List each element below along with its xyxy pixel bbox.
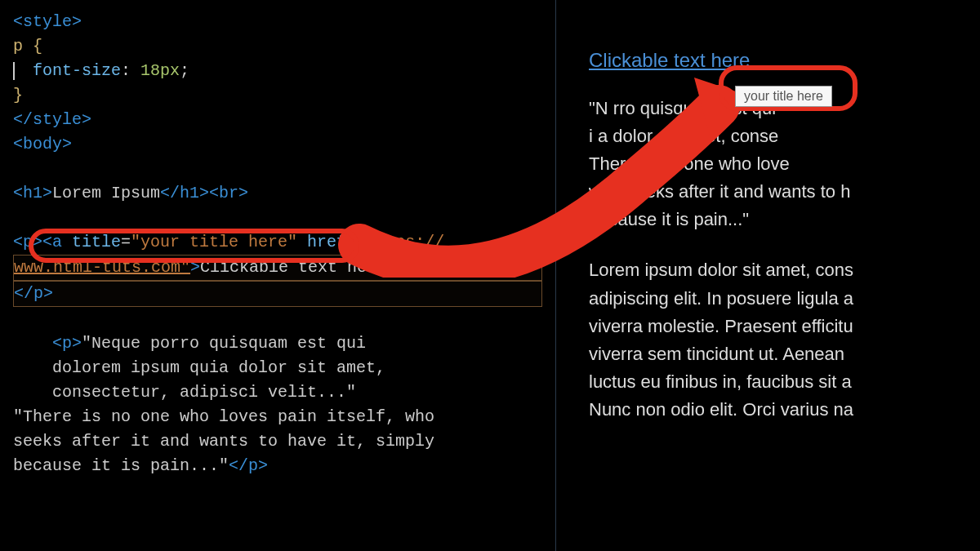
- code-text: seeks after it and wants to have it, sim…: [13, 432, 434, 451]
- code-text: consectetur, adipisci velit...": [52, 383, 356, 402]
- code-tag: </p>: [14, 284, 53, 303]
- code-tag: <style>: [13, 12, 82, 31]
- code-brace: }: [13, 86, 23, 104]
- preview-text: luctus eu finibus in, faucibus sit a: [589, 371, 852, 392]
- code-selector: p: [13, 37, 23, 56]
- preview-text: viverra molestie. Praesent efficitu: [589, 316, 853, 336]
- code-tag: <p>: [52, 334, 82, 353]
- highlight-circle-code: [29, 229, 359, 263]
- preview-text: Nunc non odio elit. Orci varius na: [589, 399, 853, 420]
- code-tag: </style>: [13, 110, 91, 129]
- code-text: because it is pain...": [13, 456, 229, 475]
- code-text: "There is no one who loves pain itself, …: [13, 407, 434, 426]
- preview-text: viverra sem tincidunt ut. Aenean: [589, 344, 844, 364]
- code-text: ;: [180, 61, 189, 80]
- code-brace: {: [23, 37, 42, 56]
- code-text: "Neque porro quisquam est qui: [82, 334, 366, 353]
- preview-paragraph-2: Lorem ipsum dolor sit amet, cons adipisc…: [589, 256, 956, 424]
- cursor-icon: [13, 62, 15, 80]
- code-tag: <br>: [209, 184, 248, 202]
- code-value: 18px: [140, 61, 180, 80]
- preview-text: adipiscing elit. In posuere ligula a: [589, 288, 853, 309]
- code-text: Lorem Ipsum: [52, 184, 160, 202]
- code-tag: </p>: [229, 456, 268, 475]
- code-text: :: [121, 61, 140, 80]
- annotation-arrow-icon: [327, 65, 751, 278]
- code-tag: <h1>: [13, 184, 52, 202]
- code-tag: <body>: [13, 135, 72, 153]
- code-tag: </h1>: [160, 184, 209, 202]
- tooltip-popup: your title here: [735, 86, 832, 107]
- code-prop: font-size: [33, 61, 121, 80]
- code-text: dolorem ipsum quia dolor sit amet,: [52, 358, 385, 377]
